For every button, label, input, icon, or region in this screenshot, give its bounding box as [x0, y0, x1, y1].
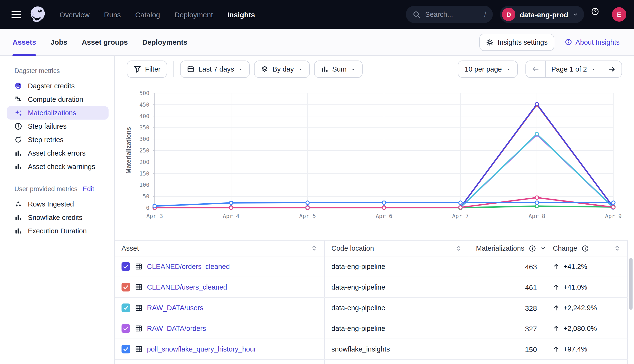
materializations-cell: 150: [469, 339, 546, 359]
gear-icon: [486, 38, 494, 46]
sidebar-item-rows-ingested[interactable]: Rows Ingested: [7, 197, 108, 211]
sidebar-item-asset-check-errors[interactable]: Asset check errors: [7, 146, 108, 160]
sidebar-item-snowflake-credits[interactable]: Snowflake credits: [7, 211, 108, 224]
sidebar-item-compute-duration[interactable]: Compute duration: [7, 93, 108, 106]
page-size-dropdown[interactable]: 10 per page: [458, 60, 518, 78]
tab-jobs[interactable]: Jobs: [50, 29, 67, 55]
sidebar-item-asset-check-warnings[interactable]: Asset check warnings: [7, 160, 108, 173]
insights-settings-button[interactable]: Insights settings: [479, 33, 554, 51]
change-value: +41.0%: [564, 283, 587, 291]
column-header-asset[interactable]: Asset: [115, 240, 325, 256]
search-input[interactable]: Search... /: [406, 6, 493, 23]
info-icon[interactable]: [582, 245, 589, 252]
column-header-code-location[interactable]: Code location: [325, 240, 469, 256]
deployment-avatar: D: [502, 8, 515, 21]
series-checkbox[interactable]: [122, 262, 130, 271]
edit-metrics-link[interactable]: Edit: [82, 185, 94, 192]
sort-icon[interactable]: [614, 245, 620, 252]
tab-assets[interactable]: Assets: [12, 29, 36, 55]
aggregate-dropdown[interactable]: Sum: [314, 60, 363, 78]
sidebar-item-label: Execution Duration: [28, 227, 87, 235]
tab-asset-groups[interactable]: Asset groups: [82, 29, 128, 55]
sort-icon: [614, 245, 620, 252]
nav-item-runs[interactable]: Runs: [104, 10, 121, 18]
menu-icon[interactable]: [12, 11, 21, 18]
calendar-icon: [187, 65, 194, 73]
nav-item-insights[interactable]: Insights: [228, 10, 255, 18]
change-cell: +97.4%: [546, 339, 628, 359]
asset-link[interactable]: RAW_DATA/orders: [147, 324, 206, 332]
materializations-cell: 327: [469, 318, 546, 338]
group-by-dropdown[interactable]: By day: [254, 60, 310, 78]
change-cell: +41.2%: [546, 256, 628, 276]
materializations-cell: 328: [469, 298, 546, 318]
sidebar-item-materializations[interactable]: Materializations: [7, 106, 108, 120]
caret-down-icon: [238, 66, 243, 72]
nav-item-overview[interactable]: Overview: [60, 10, 90, 18]
asset-link[interactable]: CLEANED/orders_cleaned: [147, 263, 230, 270]
asset-link[interactable]: RAW_DATA/users: [147, 304, 204, 312]
series-checkbox[interactable]: [122, 304, 130, 312]
date-range-label: Last 7 days: [198, 65, 234, 73]
sidebar-item-dagster-credits[interactable]: Dagster credits: [7, 79, 108, 93]
sidebar-section-header: User provided metricsEdit: [14, 185, 94, 192]
sort-icon[interactable]: [455, 245, 462, 252]
pager: Page 1 of 2: [526, 60, 622, 78]
svg-text:Apr 9: Apr 9: [605, 213, 622, 219]
filter-button[interactable]: Filter: [127, 60, 167, 78]
change-cell: [546, 360, 628, 364]
code-location-cell: data-eng-pipeline: [325, 298, 469, 318]
svg-text:Apr 8: Apr 8: [528, 213, 545, 219]
column-header-change[interactable]: Change: [546, 240, 628, 256]
chevron-down-icon[interactable]: [540, 246, 546, 251]
about-insights-link[interactable]: About Insights: [565, 38, 620, 46]
svg-text:450: 450: [139, 102, 149, 108]
column-header-materializations[interactable]: Materializations: [469, 240, 546, 256]
svg-text:Apr 4: Apr 4: [223, 213, 240, 219]
asset-column-label: Asset: [122, 244, 139, 252]
table-body: CLEANED/orders_cleaneddata-eng-pipeline4…: [115, 256, 628, 364]
grid-icon: [135, 304, 143, 312]
arrow-up-icon: [553, 263, 560, 270]
assets-table: Asset Code location Materializations Cha…: [115, 240, 628, 364]
info-icon[interactable]: [529, 245, 536, 252]
user-avatar[interactable]: E: [612, 7, 626, 22]
chevron-down-icon: [572, 12, 578, 17]
nav-item-catalog[interactable]: Catalog: [135, 10, 160, 18]
sidebar-section-title: Dagster metrics: [14, 67, 60, 74]
pagination-toolbar: 10 per page Page 1 of 2: [458, 60, 622, 78]
series-checkbox[interactable]: [122, 283, 130, 292]
next-page-button[interactable]: [602, 61, 622, 77]
series-checkbox[interactable]: [122, 324, 130, 333]
sidebar-section-header: Dagster metrics: [14, 67, 94, 74]
arrow-left-icon: [532, 65, 540, 73]
funnel-icon: [134, 65, 141, 73]
sort-icon[interactable]: [311, 245, 318, 252]
date-range-dropdown[interactable]: Last 7 days: [180, 60, 250, 78]
series-checkbox[interactable]: [122, 345, 130, 354]
svg-text:500: 500: [139, 90, 149, 96]
tab-deployments[interactable]: Deployments: [142, 29, 187, 55]
sidebar-item-label: Rows Ingested: [28, 200, 74, 208]
asset-link[interactable]: CLEANED/users_cleaned: [147, 283, 227, 291]
bar-chart-icon: [321, 65, 328, 73]
svg-text:Apr 7: Apr 7: [452, 213, 469, 219]
sidebar-item-execution-duration[interactable]: Execution Duration: [7, 224, 108, 238]
nav-item-deployment[interactable]: Deployment: [174, 10, 213, 18]
page-size-label: 10 per page: [465, 65, 502, 73]
caret-down-icon: [298, 66, 303, 72]
svg-text:250: 250: [139, 148, 149, 154]
bar-chart-icon: [14, 149, 22, 157]
help-button[interactable]: [591, 8, 605, 21]
dagster-logo-icon[interactable]: [29, 5, 47, 24]
sidebar-item-step-failures[interactable]: Step failures: [7, 120, 108, 133]
asset-link[interactable]: poll_snowflake_query_history_hour: [147, 345, 256, 353]
prev-page-button[interactable]: [526, 61, 545, 77]
sidebar-item-step-retries[interactable]: Step retries: [7, 133, 108, 146]
page-indicator-dropdown[interactable]: Page 1 of 2: [545, 61, 602, 77]
question-icon: [591, 8, 599, 15]
deployment-switcher[interactable]: D data-eng-prod: [500, 6, 584, 23]
bar-chart-icon: [321, 65, 328, 73]
sparkles-icon: [14, 109, 22, 117]
table-scrollbar[interactable]: [629, 258, 632, 310]
